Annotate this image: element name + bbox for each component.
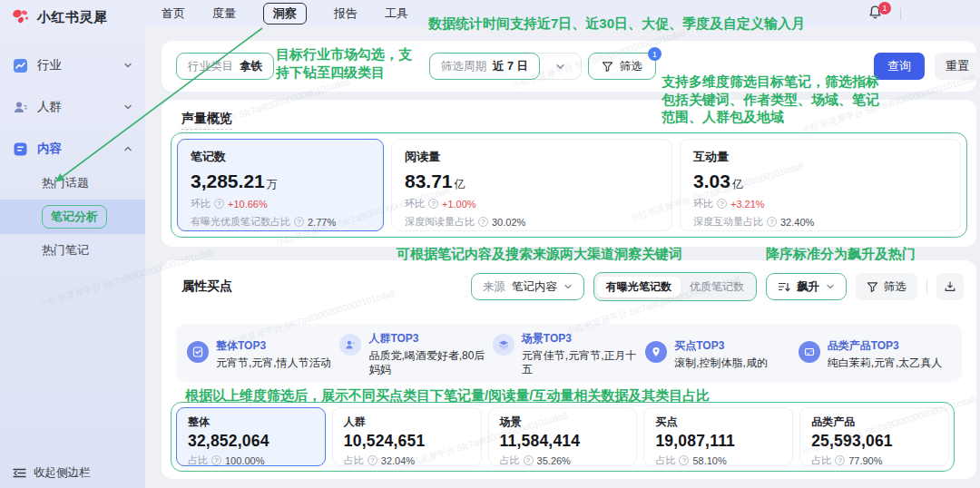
sidebar-item-note-analysis[interactable]: 笔记分析: [0, 200, 145, 234]
help-icon[interactable]: [767, 217, 777, 227]
stat-card-overall[interactable]: 整体 32,852,064 占比100.00%: [176, 407, 326, 466]
sub-metric-label: 有曝光优质笔记数占比: [191, 215, 290, 229]
chain-value: +10.66%: [228, 199, 268, 210]
card-label: 互动量: [693, 149, 947, 165]
query-button[interactable]: 查询: [874, 53, 925, 80]
collapse-sidebar-label: 收起侧边栏: [34, 465, 91, 481]
attribute-section-title: 属性买点: [181, 278, 232, 295]
funnel-icon: [867, 281, 878, 293]
top3-selling-point: 买点TOP3 滚制,控制体脂,咸的: [645, 337, 798, 370]
chevron-up-icon: [123, 144, 132, 153]
share-value: 35.26%: [537, 455, 571, 466]
share-value: 100.00%: [225, 455, 264, 466]
reset-button[interactable]: 重置: [935, 53, 980, 80]
stat-label: 买点: [655, 415, 781, 430]
toggle-exposed-notes[interactable]: 有曝光笔记数: [597, 277, 681, 298]
nav-tab-tools[interactable]: 工具: [385, 5, 408, 22]
chain-label: 环比: [693, 197, 713, 210]
stat-card-scene[interactable]: 场景 11,584,414 占比35.26%: [488, 407, 638, 466]
funnel-icon: [602, 61, 613, 73]
chevron-down-icon: [564, 282, 573, 291]
volume-card-reads[interactable]: 阅读量 83.71亿 环比+1.00% 深度阅读量占比30.02%: [391, 139, 672, 231]
nav-tab-insight[interactable]: 洞察: [263, 3, 307, 24]
sidebar-item-audience[interactable]: 人群: [0, 89, 145, 125]
top3-value: 滚制,控制体脂,咸的: [674, 356, 768, 370]
card-value: 3.03: [693, 171, 730, 191]
nav-tab-measure[interactable]: 度量: [212, 5, 236, 22]
top3-summary-strip: 整体TOP3 元宵节,元宵,情人节活动 人群TOP3 品质党,喝酒爱好者,80后…: [176, 324, 962, 382]
top-navigation: 首页 度量 洞察 报告 工具 1: [0, 0, 980, 27]
toggle-quality-notes[interactable]: 优质笔记数: [681, 277, 753, 298]
help-icon[interactable]: [717, 199, 727, 209]
industry-category-filter[interactable]: 行业类目 拿铁: [176, 53, 274, 80]
filter-panel: 行业类目 拿铁 筛选周期 近 7 日 筛选 1 查询 重置: [162, 41, 976, 92]
notification-badge: 1: [878, 2, 891, 15]
chart-icon: [13, 58, 28, 73]
help-icon[interactable]: [679, 455, 689, 465]
card-unit: 亿: [455, 178, 466, 190]
note-check-icon: [187, 341, 209, 363]
top3-scene: 场景TOP3 元宵佳节,元宵节,正月十五: [493, 329, 645, 376]
share-label: 占比: [811, 454, 831, 467]
help-icon[interactable]: [368, 455, 377, 465]
sidebar-item-industry[interactable]: 行业: [0, 47, 145, 83]
card-unit: 亿: [732, 178, 743, 190]
document-icon: [13, 142, 28, 157]
sub-metric-value: 32.40%: [780, 217, 814, 228]
filter-count-badge: 1: [648, 47, 662, 61]
help-icon[interactable]: [835, 455, 845, 465]
stat-label: 品类产品: [811, 415, 937, 430]
sidebar-item-label: 内容: [37, 141, 114, 157]
attr-filter-button[interactable]: 筛选: [856, 273, 917, 300]
sub-metric-value: 30.02%: [492, 217, 525, 228]
download-button[interactable]: [936, 273, 964, 300]
chain-value: +1.00%: [442, 199, 476, 210]
sort-descending-icon: [778, 281, 790, 293]
help-icon[interactable]: [211, 455, 221, 465]
chevron-down-icon: [555, 62, 565, 72]
help-icon[interactable]: [524, 455, 534, 465]
sidebar-item-content[interactable]: 内容: [0, 131, 145, 167]
sidebar-item-label: 行业: [37, 57, 114, 73]
volume-overview-title: 声量概览: [181, 111, 232, 130]
top3-label: 场景TOP3: [522, 331, 640, 346]
help-icon[interactable]: [478, 217, 488, 227]
help-icon[interactable]: [294, 217, 304, 227]
source-select[interactable]: 来源 笔记内容: [471, 273, 584, 300]
attr-filter-label: 筛选: [884, 279, 906, 295]
sidebar-child-label: 热门笔记: [42, 242, 89, 259]
toolbar-divider: [926, 279, 927, 294]
stat-card-selling-point[interactable]: 买点 19,087,111 占比58.10%: [643, 407, 793, 466]
top3-label: 整体TOP3: [216, 338, 331, 354]
period-select[interactable]: 筛选周期 近 7 日: [429, 53, 582, 80]
volume-card-notes[interactable]: 笔记数 3,285.21万 环比+10.66% 有曝光优质笔记数占比2.77%: [177, 139, 384, 231]
sub-metric-label: 深度阅读量占比: [405, 215, 475, 229]
sidebar: 小红书灵犀 行业 人群 内: [0, 0, 145, 488]
industry-filter-value: 拿铁: [240, 59, 262, 74]
share-value: 77.90%: [848, 455, 882, 466]
period-filter-value: 近 7 日: [493, 59, 528, 74]
share-label: 占比: [344, 454, 364, 467]
notification-bell-button[interactable]: 1: [867, 5, 887, 24]
help-icon[interactable]: [214, 199, 224, 209]
collapse-sidebar-button[interactable]: 收起侧边栏: [13, 465, 91, 481]
card-unit: 万: [267, 178, 278, 190]
help-icon[interactable]: [428, 199, 438, 209]
chain-label: 环比: [405, 197, 425, 210]
nav-tab-report[interactable]: 报告: [334, 5, 358, 22]
filter-button[interactable]: 筛选 1: [588, 53, 656, 80]
person-icon: [339, 334, 361, 356]
top3-audience: 人群TOP3 品质党,喝酒爱好者,80后妈妈: [339, 329, 492, 376]
sidebar-item-hot-topics[interactable]: 热门话题: [0, 167, 145, 200]
nav-tab-home[interactable]: 首页: [162, 5, 185, 22]
attribute-selling-point-panel: 属性买点 来源 笔记内容 有曝光笔记数 优质笔记数 飙升 筛选: [162, 260, 976, 479]
stat-card-audience[interactable]: 人群 10,524,651 占比32.04%: [332, 407, 482, 466]
volume-card-engagement[interactable]: 互动量 3.03亿 环比+3.21% 深度互动量占比32.40%: [680, 139, 961, 231]
chevron-down-icon: [826, 282, 835, 291]
sidebar-item-hot-notes[interactable]: 热门笔记: [0, 234, 145, 267]
stat-card-category-product[interactable]: 品类产品 25,593,061 占比77.90%: [799, 407, 949, 466]
sub-metric-label: 深度互动量占比: [693, 215, 763, 229]
sort-value: 飙升: [797, 279, 819, 295]
sort-select[interactable]: 飙升: [766, 273, 847, 300]
top3-label: 人群TOP3: [368, 331, 486, 346]
